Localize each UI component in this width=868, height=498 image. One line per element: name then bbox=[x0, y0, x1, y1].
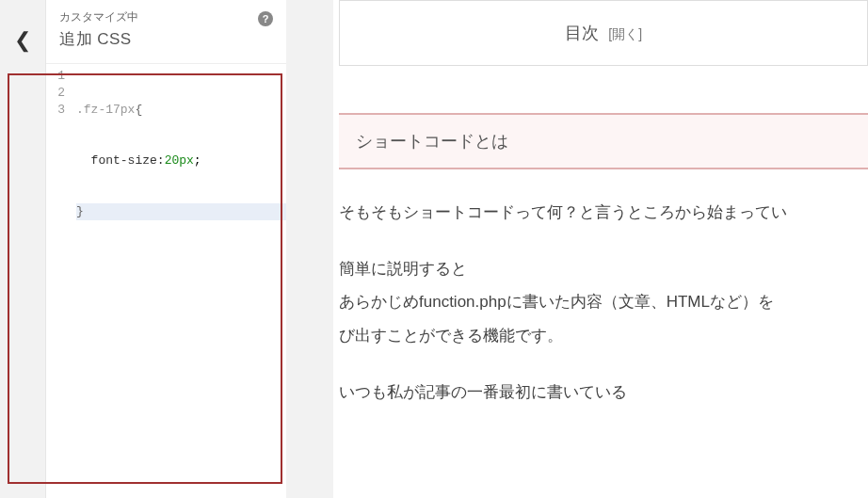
line-number: 3 bbox=[46, 102, 65, 119]
paragraph: 簡単に説明すると あらかじめfunction.phpに書いた内容（文章、HTML… bbox=[339, 252, 868, 353]
sidebar-subtitle: カスタマイズ中 bbox=[59, 9, 273, 25]
toc-toggle[interactable]: [開く] bbox=[608, 26, 642, 41]
back-column: ❮ bbox=[0, 0, 45, 498]
code-line: font-size:20px; bbox=[76, 153, 286, 169]
text-line: あらかじめfunction.phpに書いた内容（文章、HTMLなど）を bbox=[339, 293, 774, 311]
paragraph: いつも私が記事の一番最初に書いている bbox=[339, 376, 868, 410]
line-number: 1 bbox=[46, 68, 65, 85]
preview-content[interactable]: 目次 [開く] ショートコードとは そもそもショートコードって何？と言うところか… bbox=[333, 0, 868, 498]
text-line: び出すことができる機能です。 bbox=[339, 327, 563, 345]
back-button[interactable]: ❮ bbox=[14, 28, 31, 498]
css-semicolon: ; bbox=[194, 153, 201, 168]
line-number: 2 bbox=[46, 85, 65, 102]
chevron-left-icon: ❮ bbox=[14, 28, 31, 52]
customizer-sidebar: カスタマイズ中 追加 CSS ? 1 2 3 .fz-17px{ font-si… bbox=[45, 0, 286, 498]
section-heading: ショートコードとは bbox=[339, 113, 868, 169]
sidebar-title: 追加 CSS bbox=[59, 28, 273, 50]
paragraph: そもそもショートコードって何？と言うところから始まってい bbox=[339, 196, 868, 230]
css-selector: .fz-17px bbox=[76, 103, 135, 117]
preview-pane: 目次 [開く] ショートコードとは そもそもショートコードって何？と言うところか… bbox=[286, 0, 868, 498]
code-editor[interactable]: 1 2 3 .fz-17px{ font-size:20px; } bbox=[46, 63, 286, 498]
toc-title: 目次 bbox=[565, 24, 599, 42]
css-brace: } bbox=[76, 204, 84, 218]
text-line: 簡単に説明すると bbox=[339, 260, 467, 278]
css-brace: { bbox=[135, 103, 142, 117]
toc-box: 目次 [開く] bbox=[339, 0, 868, 66]
help-icon[interactable]: ? bbox=[258, 11, 273, 26]
code-content[interactable]: .fz-17px{ font-size:20px; } bbox=[72, 64, 286, 498]
sidebar-header: カスタマイズ中 追加 CSS ? bbox=[46, 0, 286, 63]
css-property: font-size: bbox=[91, 153, 165, 168]
css-indent bbox=[76, 153, 91, 168]
code-line: .fz-17px{ bbox=[76, 102, 286, 119]
code-line: } bbox=[76, 203, 286, 220]
css-value: 20px bbox=[165, 153, 194, 168]
line-gutter: 1 2 3 bbox=[46, 64, 72, 498]
